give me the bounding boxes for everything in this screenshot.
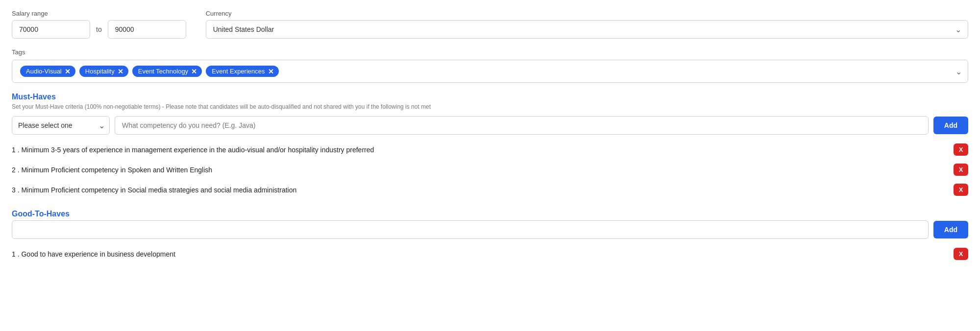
tag-chip-audio-visual[interactable]: Audio-Visual ✕ bbox=[20, 66, 75, 77]
tag-chip-label: Hospitality bbox=[85, 68, 115, 75]
good-to-have-input[interactable] bbox=[12, 220, 929, 239]
good-to-have-remove-button-1[interactable]: X bbox=[954, 248, 968, 260]
table-row: 3 . Minimum Proficient competency in Soc… bbox=[12, 180, 968, 200]
tag-chip-label: Event Experiences bbox=[212, 68, 265, 75]
good-to-haves-add-button[interactable]: Add bbox=[933, 221, 968, 238]
table-row: 1 . Good to have experience in business … bbox=[12, 244, 968, 264]
tag-remove-event-experiences[interactable]: ✕ bbox=[268, 68, 274, 75]
salary-to-input[interactable] bbox=[108, 20, 186, 39]
must-haves-criteria-row: Please select one ⌄ Add bbox=[12, 116, 968, 135]
salary-from-input[interactable] bbox=[12, 20, 90, 39]
tag-remove-audio-visual[interactable]: ✕ bbox=[65, 68, 71, 75]
good-to-haves-list: 1 . Good to have experience in business … bbox=[12, 244, 968, 264]
table-row: 1 . Minimum 3-5 years of experience in m… bbox=[12, 140, 968, 160]
must-haves-section: Must-Haves Set your Must-Have criteria (… bbox=[12, 93, 968, 200]
tag-chip-hospitality[interactable]: Hospitality ✕ bbox=[79, 66, 128, 77]
table-row: 2 . Minimum Proficient competency in Spo… bbox=[12, 160, 968, 180]
competency-select[interactable]: Please select one bbox=[12, 116, 110, 135]
currency-select[interactable]: United States Dollar Euro British Pound … bbox=[206, 20, 968, 39]
tags-label: Tags bbox=[12, 48, 968, 56]
must-haves-add-button[interactable]: Add bbox=[933, 117, 968, 134]
tag-chip-event-technology[interactable]: Event Technology ✕ bbox=[132, 66, 202, 77]
must-haves-list: 1 . Minimum 3-5 years of experience in m… bbox=[12, 140, 968, 200]
tag-remove-hospitality[interactable]: ✕ bbox=[118, 68, 123, 75]
competency-select-wrapper: Please select one ⌄ bbox=[12, 116, 110, 135]
tags-section: Tags Audio-Visual ✕ Hospitality ✕ Event … bbox=[12, 48, 968, 83]
must-have-item-text: 2 . Minimum Proficient competency in Spo… bbox=[12, 166, 954, 174]
currency-label: Currency bbox=[206, 10, 968, 17]
tag-chip-label: Event Technology bbox=[138, 68, 188, 75]
good-to-have-item-text: 1 . Good to have experience in business … bbox=[12, 250, 954, 258]
tags-chevron-icon: ⌄ bbox=[956, 67, 962, 76]
must-have-remove-button-1[interactable]: X bbox=[954, 143, 968, 156]
competency-input[interactable] bbox=[115, 116, 929, 135]
must-haves-title: Must-Haves bbox=[12, 93, 968, 101]
good-to-haves-section: Good-To-Haves Add 1 . Good to have exper… bbox=[12, 210, 968, 264]
good-to-haves-criteria-row: Add bbox=[12, 220, 968, 239]
must-have-remove-button-2[interactable]: X bbox=[954, 164, 968, 176]
must-have-item-text: 1 . Minimum 3-5 years of experience in m… bbox=[12, 146, 954, 154]
tag-remove-event-technology[interactable]: ✕ bbox=[191, 68, 197, 75]
salary-to-label: to bbox=[96, 25, 102, 33]
tags-container[interactable]: Audio-Visual ✕ Hospitality ✕ Event Techn… bbox=[12, 60, 968, 83]
must-have-item-text: 3 . Minimum Proficient competency in Soc… bbox=[12, 186, 954, 194]
good-to-haves-title: Good-To-Haves bbox=[12, 210, 968, 218]
tag-chip-label: Audio-Visual bbox=[26, 68, 62, 75]
must-haves-subtitle: Set your Must-Have criteria (100% non-ne… bbox=[12, 103, 968, 110]
salary-range-label: Salary range bbox=[12, 10, 186, 17]
tag-chip-event-experiences[interactable]: Event Experiences ✕ bbox=[206, 66, 278, 77]
must-have-remove-button-3[interactable]: X bbox=[954, 184, 968, 196]
